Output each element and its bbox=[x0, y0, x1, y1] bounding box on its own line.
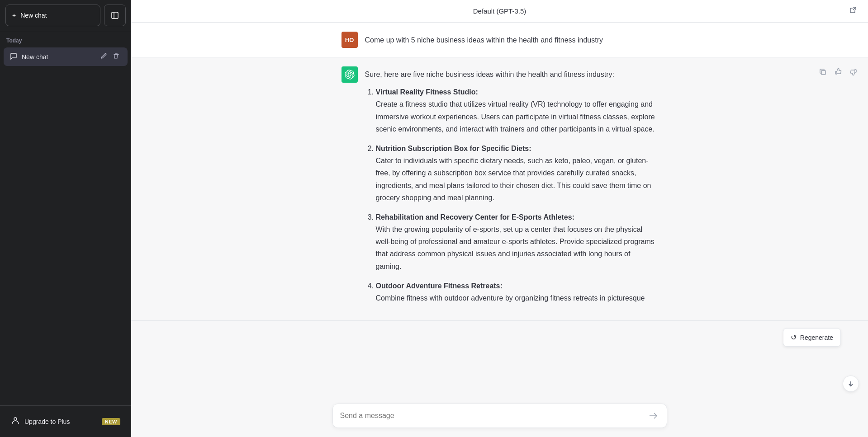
copy-response-button[interactable] bbox=[817, 66, 828, 79]
scroll-down-icon bbox=[847, 380, 854, 387]
new-chat-label: New chat bbox=[20, 12, 47, 19]
chat-item-actions bbox=[99, 52, 121, 61]
input-area bbox=[131, 398, 868, 437]
thumbs-down-button[interactable] bbox=[848, 66, 859, 79]
sidebar-toggle-icon bbox=[110, 11, 119, 20]
model-label: Default (GPT-3.5) bbox=[473, 7, 526, 15]
send-button[interactable] bbox=[647, 409, 659, 422]
chat-item-icon bbox=[10, 52, 17, 61]
item-body: With the growing popularity of e-sports,… bbox=[376, 226, 655, 270]
item-body: Create a fitness studio that utilizes vi… bbox=[376, 100, 655, 132]
new-chat-button[interactable]: + New chat bbox=[5, 5, 100, 26]
gpt-items-list: Virtual Reality Fitness Studio: Create a… bbox=[365, 86, 658, 304]
share-icon bbox=[849, 6, 857, 14]
regenerate-label: Regenerate bbox=[800, 334, 833, 341]
sidebar: + New chat Today New chat bbox=[0, 0, 131, 437]
sidebar-bottom: Upgrade to Plus NEW bbox=[0, 405, 131, 437]
item-title: Outdoor Adventure Fitness Retreats: bbox=[376, 282, 503, 290]
send-icon bbox=[649, 411, 658, 420]
regenerate-button[interactable]: ↺ Regenerate bbox=[783, 328, 841, 347]
thumbs-up-button[interactable] bbox=[833, 66, 844, 79]
scroll-area-bottom: ↺ Regenerate bbox=[843, 376, 859, 392]
user-avatar: HO bbox=[342, 32, 358, 48]
edit-chat-button[interactable] bbox=[99, 52, 109, 61]
item-title: Virtual Reality Fitness Studio: bbox=[376, 88, 478, 96]
regenerate-icon: ↺ bbox=[791, 333, 797, 342]
gpt-message-wrapper: Sure, here are five niche business ideas… bbox=[131, 57, 868, 321]
user-message-container: HO Come up with 5 niche business ideas w… bbox=[332, 32, 667, 48]
item-body: Cater to individuals with specific dieta… bbox=[376, 157, 651, 202]
chat-item-label: New chat bbox=[22, 53, 94, 61]
list-item: Virtual Reality Fitness Studio: Create a… bbox=[376, 86, 658, 135]
gpt-avatar bbox=[342, 66, 358, 83]
delete-chat-button[interactable] bbox=[111, 52, 121, 61]
main-header: Default (GPT-3.5) bbox=[131, 0, 868, 23]
input-wrapper bbox=[332, 404, 667, 428]
item-title: Rehabilitation and Recovery Center for E… bbox=[376, 213, 574, 221]
thumbs-down-icon bbox=[850, 68, 857, 75]
gpt-message-container: Sure, here are five niche business ideas… bbox=[332, 66, 667, 311]
sidebar-top: + New chat bbox=[0, 0, 131, 31]
copy-icon bbox=[819, 68, 826, 75]
item-title: Nutrition Subscription Box for Specific … bbox=[376, 145, 531, 152]
response-actions bbox=[817, 66, 859, 79]
today-label: Today bbox=[0, 31, 131, 47]
svg-point-2 bbox=[14, 418, 17, 420]
gpt-intro: Sure, here are five niche business ideas… bbox=[365, 70, 614, 78]
thumbs-up-icon bbox=[835, 68, 842, 75]
scroll-down-button[interactable] bbox=[843, 376, 859, 392]
new-badge: NEW bbox=[102, 418, 120, 425]
openai-icon bbox=[345, 70, 355, 80]
sidebar-toggle-button[interactable] bbox=[104, 5, 126, 26]
sidebar-section-today: Today bbox=[0, 31, 131, 47]
list-item: Nutrition Subscription Box for Specific … bbox=[376, 142, 658, 204]
user-avatar-initials: HO bbox=[345, 37, 354, 43]
user-message-wrapper: HO Come up with 5 niche business ideas w… bbox=[131, 23, 868, 57]
item-body: Combine fitness with outdoor adventure b… bbox=[376, 294, 645, 302]
main-content: Default (GPT-3.5) HO Come up with 5 nich… bbox=[131, 0, 868, 437]
upgrade-label: Upgrade to Plus bbox=[24, 418, 97, 425]
share-button[interactable] bbox=[847, 4, 859, 18]
svg-rect-0 bbox=[112, 12, 118, 19]
user-icon bbox=[11, 416, 20, 427]
chat-area[interactable]: HO Come up with 5 niche business ideas w… bbox=[131, 23, 868, 437]
user-message-text: Come up with 5 niche business ideas with… bbox=[365, 32, 658, 46]
upgrade-to-plus-button[interactable]: Upgrade to Plus NEW bbox=[5, 411, 126, 432]
message-input[interactable] bbox=[340, 410, 647, 421]
list-item: Outdoor Adventure Fitness Retreats: Comb… bbox=[376, 280, 658, 304]
list-item: Rehabilitation and Recovery Center for E… bbox=[376, 211, 658, 273]
svg-rect-3 bbox=[821, 70, 825, 75]
plus-icon: + bbox=[12, 12, 16, 19]
gpt-response-text: Sure, here are five niche business ideas… bbox=[365, 66, 658, 311]
chat-list-item[interactable]: New chat bbox=[4, 47, 128, 66]
